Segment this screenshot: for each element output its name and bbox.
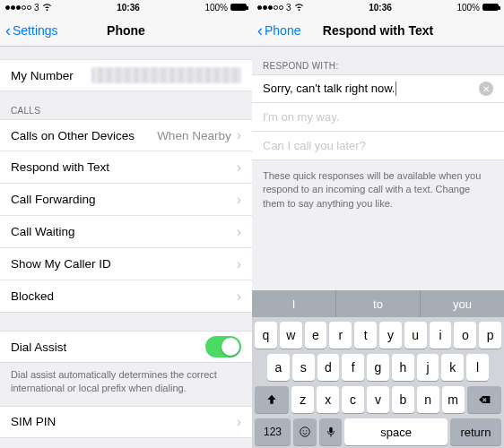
svg-point-1 [302, 430, 303, 431]
shift-key[interactable] [255, 386, 289, 413]
text-cursor [395, 82, 396, 96]
key-i[interactable]: i [430, 322, 452, 349]
wifi-icon [294, 2, 304, 13]
phone-settings-screen: 3 10:36 100% › Settings Phone My Number … [0, 0, 252, 448]
my-number-row[interactable]: My Number [0, 59, 252, 91]
nav-bar: › Settings Phone [0, 14, 252, 47]
calls-header: CALLS [0, 91, 252, 119]
back-button[interactable]: › Phone [257, 22, 323, 39]
nav-bar: › Phone Respond with Text [252, 14, 504, 47]
key-c[interactable]: c [342, 386, 364, 413]
key-j[interactable]: j [417, 354, 439, 381]
chevron-right-icon: › [237, 289, 241, 305]
page-title: Respond with Text [323, 23, 433, 38]
row-label: Show My Caller ID [11, 257, 111, 271]
response-input-1[interactable]: Sorry, can't talk right now. ✕ [252, 74, 504, 103]
key-y[interactable]: y [379, 322, 402, 349]
battery-icon [230, 4, 247, 11]
row-label: Call Waiting [11, 225, 75, 238]
response-text: I'm on my way. [263, 110, 493, 124]
wifi-icon [42, 2, 52, 13]
dial-assist-toggle[interactable] [205, 336, 241, 358]
svg-point-0 [300, 427, 310, 437]
keyboard-row-4: 123 space return [255, 418, 501, 445]
key-f[interactable]: f [342, 354, 364, 381]
key-x[interactable]: x [317, 386, 339, 413]
status-bar: 3 10:36 100% [0, 0, 252, 14]
my-number-value-redacted [91, 67, 241, 83]
numbers-key[interactable]: 123 [255, 418, 291, 445]
key-z[interactable]: z [291, 386, 314, 413]
carrier-label: 3 [286, 3, 291, 13]
show-my-caller-id-row[interactable]: Show My Caller ID › [0, 248, 252, 280]
prediction-3[interactable]: you [421, 290, 504, 317]
carrier-label: 3 [34, 3, 39, 13]
key-r[interactable]: r [329, 322, 352, 349]
chevron-right-icon: › [237, 256, 241, 272]
predictive-bar: I to you [252, 290, 504, 317]
chevron-right-icon: › [237, 192, 241, 208]
key-h[interactable]: h [392, 354, 414, 381]
key-a[interactable]: a [267, 354, 290, 381]
key-m[interactable]: m [442, 386, 465, 413]
chevron-right-icon: › [237, 127, 241, 143]
respond-with-text-screen: 3 10:36 100% › Phone Respond with Text R… [252, 0, 504, 448]
key-g[interactable]: g [367, 354, 389, 381]
respond-with-header: RESPOND WITH: [252, 47, 504, 74]
key-n[interactable]: n [417, 386, 439, 413]
key-w[interactable]: w [280, 322, 302, 349]
svg-rect-3 [329, 427, 333, 433]
status-time: 10:36 [369, 3, 392, 13]
prediction-2[interactable]: to [336, 290, 421, 317]
svg-point-2 [306, 430, 307, 431]
keyboard-row-1: qwertyuiop [255, 322, 501, 349]
key-e[interactable]: e [305, 322, 327, 349]
sim-pin-row[interactable]: SIM PIN › [0, 406, 252, 438]
keyboard-row-2: asdfghjkl [255, 354, 501, 381]
key-v[interactable]: v [367, 386, 389, 413]
status-time: 10:36 [117, 3, 140, 13]
response-text: Can I call you later? [263, 139, 493, 152]
battery-icon [482, 4, 499, 11]
prediction-1[interactable]: I [252, 290, 336, 317]
row-label: SIM PIN [11, 415, 56, 428]
dial-assist-row[interactable]: Dial Assist [0, 331, 252, 363]
response-input-3[interactable]: Can I call you later? [252, 132, 504, 160]
key-q[interactable]: q [255, 322, 277, 349]
row-label: Blocked [11, 289, 54, 303]
key-l[interactable]: l [466, 354, 489, 381]
dictation-key[interactable] [319, 418, 343, 445]
space-key[interactable]: space [344, 418, 447, 445]
row-value: When Nearby [135, 129, 237, 142]
key-o[interactable]: o [454, 322, 476, 349]
key-d[interactable]: d [317, 354, 340, 381]
key-t[interactable]: t [354, 322, 377, 349]
row-label: Calls on Other Devices [11, 129, 135, 142]
emoji-key[interactable] [293, 418, 317, 445]
backspace-key[interactable] [467, 386, 501, 413]
call-waiting-row[interactable]: Call Waiting › [0, 216, 252, 248]
key-u[interactable]: u [404, 322, 427, 349]
chevron-right-icon: › [237, 414, 241, 430]
back-button[interactable]: › Settings [5, 22, 107, 39]
response-input-2[interactable]: I'm on my way. [252, 103, 504, 132]
return-key[interactable]: return [450, 418, 501, 445]
response-text: Sorry, can't talk right now. [263, 82, 479, 97]
status-bar: 3 10:36 100% [252, 0, 504, 14]
clear-text-button[interactable]: ✕ [479, 82, 493, 96]
key-p[interactable]: p [479, 322, 501, 349]
row-label: Dial Assist [11, 340, 66, 354]
key-k[interactable]: k [441, 354, 464, 381]
signal-dots-icon [5, 5, 31, 10]
key-s[interactable]: s [292, 354, 315, 381]
respond-with-text-row[interactable]: Respond with Text › [0, 151, 252, 184]
key-b[interactable]: b [392, 386, 414, 413]
call-forwarding-row[interactable]: Call Forwarding › [0, 184, 252, 216]
back-label: Phone [265, 23, 300, 38]
help-text: These quick responses will be available … [252, 160, 504, 220]
calls-on-other-devices-row[interactable]: Calls on Other Devices When Nearby › [0, 119, 252, 151]
blocked-row[interactable]: Blocked › [0, 280, 252, 313]
battery-pct: 100% [456, 3, 480, 13]
keyboard-row-3: zxcvbnm [255, 386, 501, 413]
dial-assist-footer: Dial assist automatically determines the… [0, 363, 252, 406]
